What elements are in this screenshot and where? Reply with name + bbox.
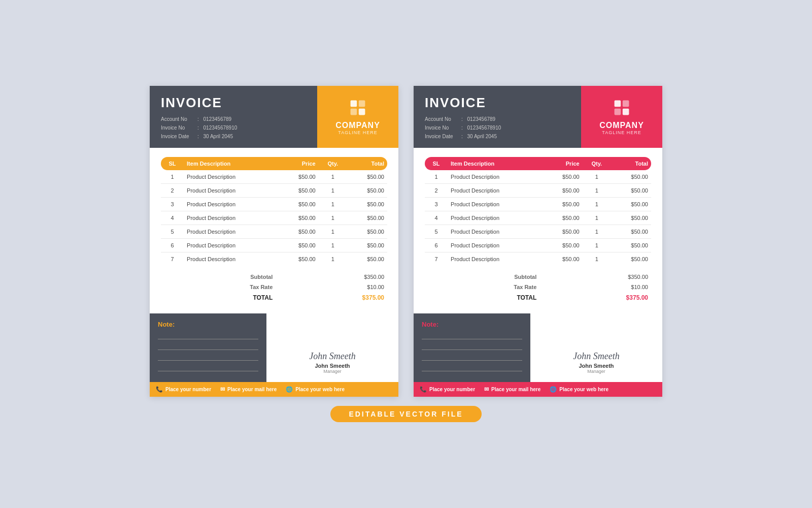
totals-table-pink: Subtotal $350.00 Tax Rate $10.00 TOTAL $… xyxy=(425,272,651,303)
signature-role-orange: Manager xyxy=(323,369,342,374)
contact-web-text: Place your web here xyxy=(559,387,608,392)
total-value: $375.00 xyxy=(276,292,387,303)
note-lines-orange xyxy=(158,332,258,371)
tax-value: $10.00 xyxy=(276,282,387,292)
table-row: 6Product Description$50.001$50.00 xyxy=(161,239,387,252)
total-value: $375.00 xyxy=(539,292,651,303)
th-sl-pink: SL xyxy=(425,157,448,170)
note-label-orange: Note: xyxy=(158,321,258,328)
tax-value: $10.00 xyxy=(539,282,651,292)
contact-bar-pink: 📞 Place your number ✉ Place your mail he… xyxy=(414,382,662,397)
contact-phone-text: Place your number xyxy=(165,387,211,392)
invoice-table-section-orange: SL Item Description Price Qty. Total 1Pr… xyxy=(150,148,398,271)
contact-email-orange: ✉ Place your mail here xyxy=(220,386,277,393)
invoice-meta-orange: Account No: 0123456789 Invoice No: 01234… xyxy=(161,115,306,141)
table-row: 3Product Description$50.001$50.00 xyxy=(425,198,651,211)
invoice-table-orange: SL Item Description Price Qty. Total 1Pr… xyxy=(161,157,387,266)
contact-web-orange: 🌐 Place your web here xyxy=(286,386,345,393)
note-line xyxy=(158,332,258,339)
table-row: 7Product Description$50.001$50.00 xyxy=(425,252,651,266)
table-row: 5Product Description$50.001$50.00 xyxy=(425,225,651,239)
note-line xyxy=(422,354,522,361)
invoice-footer-pink: Note: John Smeeth John Smeeth Manager xyxy=(414,313,662,382)
total-row-pink: TOTAL $375.00 xyxy=(425,292,651,303)
table-row: 4Product Description$50.001$50.00 xyxy=(425,211,651,225)
email-icon: ✉ xyxy=(484,386,489,393)
company-logo-icon-orange xyxy=(349,99,367,119)
footer-signature-pink: John Smeeth John Smeeth Manager xyxy=(530,313,662,382)
editable-badge-label: EDITABLE VECTOR FILE xyxy=(330,406,481,422)
subtotal-row: Subtotal $350.00 xyxy=(161,272,387,282)
invoice-header-left-pink: INVOICE Account No: 0123456789 Invoice N… xyxy=(414,86,581,148)
invoice-title-orange: INVOICE xyxy=(161,95,306,111)
note-lines-pink xyxy=(422,332,522,371)
th-qty-orange: Qty. xyxy=(319,157,347,170)
invoice-tbody-orange: 1Product Description$50.001$50.00 2Produ… xyxy=(161,170,387,266)
svg-rect-7 xyxy=(623,109,629,115)
subtotal-label: Subtotal xyxy=(425,272,539,282)
table-row: 4Product Description$50.001$50.00 xyxy=(161,211,387,225)
contact-phone-pink: 📞 Place your number xyxy=(420,386,475,393)
note-label-pink: Note: xyxy=(422,321,522,328)
totals-section-pink: Subtotal $350.00 Tax Rate $10.00 TOTAL $… xyxy=(414,271,662,308)
footer-note-box-orange: Note: xyxy=(150,313,266,382)
th-total-pink: Total xyxy=(611,157,651,170)
bottom-badge: EDITABLE VECTOR FILE xyxy=(330,406,481,422)
footer-note-box-pink: Note: xyxy=(414,313,530,382)
th-price-orange: Price xyxy=(279,157,319,170)
signature-script-orange: John Smeeth xyxy=(309,351,355,362)
invoice-logo-pink: COMPANY TAGLINE HERE xyxy=(581,86,662,148)
tax-label: Tax Rate xyxy=(425,282,539,292)
invoice-meta-pink: Account No: 0123456789 Invoice No: 01234… xyxy=(425,115,570,141)
phone-icon: 📞 xyxy=(420,386,427,393)
table-row: 1Product Description$50.001$50.00 xyxy=(161,170,387,184)
phone-icon: 📞 xyxy=(156,386,163,393)
company-logo-icon-pink xyxy=(613,99,631,119)
th-desc-pink: Item Description xyxy=(448,157,543,170)
tax-row: Tax Rate $10.00 xyxy=(161,282,387,292)
th-sl-orange: SL xyxy=(161,157,184,170)
invoice-tbody-pink: 1Product Description$50.001$50.00 2Produ… xyxy=(425,170,651,266)
table-row: 7Product Description$50.001$50.00 xyxy=(161,252,387,266)
note-line xyxy=(158,343,258,350)
table-row: 1Product Description$50.001$50.00 xyxy=(425,170,651,184)
table-row: 2Product Description$50.001$50.00 xyxy=(161,184,387,198)
total-row-orange: TOTAL $375.00 xyxy=(161,292,387,303)
table-row: 6Product Description$50.001$50.00 xyxy=(425,239,651,252)
contact-web-text: Place your web here xyxy=(295,387,345,392)
subtotal-label: Subtotal xyxy=(161,272,276,282)
tax-row: Tax Rate $10.00 xyxy=(425,282,651,292)
invoice-header-left-orange: INVOICE Account No: 0123456789 Invoice N… xyxy=(150,86,317,148)
contact-phone-text: Place your number xyxy=(429,387,475,392)
contact-web-pink: 🌐 Place your web here xyxy=(550,386,608,393)
svg-rect-4 xyxy=(615,101,621,107)
contact-phone-orange: 📞 Place your number xyxy=(156,386,211,393)
subtotal-value: $350.00 xyxy=(539,272,651,282)
invoice-table-pink: SL Item Description Price Qty. Total 1Pr… xyxy=(425,157,651,266)
note-line xyxy=(422,364,522,371)
total-label: TOTAL xyxy=(425,292,539,303)
contact-email-text: Place your mail here xyxy=(227,387,277,392)
company-name-pink: COMPANY xyxy=(599,121,644,130)
contact-bar-orange: 📞 Place your number ✉ Place your mail he… xyxy=(150,382,398,397)
th-price-pink: Price xyxy=(543,157,583,170)
note-line xyxy=(422,332,522,339)
svg-rect-5 xyxy=(623,101,629,107)
invoice-table-section-pink: SL Item Description Price Qty. Total 1Pr… xyxy=(414,148,662,271)
invoice-logo-orange: COMPANY TAGLINE HERE xyxy=(317,86,398,148)
subtotal-value: $350.00 xyxy=(276,272,387,282)
web-icon: 🌐 xyxy=(286,386,293,393)
svg-rect-1 xyxy=(359,101,365,107)
subtotal-row: Subtotal $350.00 xyxy=(425,272,651,282)
invoice-orange: INVOICE Account No: 0123456789 Invoice N… xyxy=(150,86,398,397)
table-row: 3Product Description$50.001$50.00 xyxy=(161,198,387,211)
table-row: 5Product Description$50.001$50.00 xyxy=(161,225,387,239)
invoice-header-pink: INVOICE Account No: 0123456789 Invoice N… xyxy=(414,86,662,148)
invoice-header-orange: INVOICE Account No: 0123456789 Invoice N… xyxy=(150,86,398,148)
svg-rect-0 xyxy=(351,101,357,107)
signature-name-orange: John Smeeth xyxy=(315,363,350,369)
note-line xyxy=(158,354,258,361)
company-name-orange: COMPANY xyxy=(335,121,380,130)
footer-signature-orange: John Smeeth John Smeeth Manager xyxy=(266,313,398,382)
totals-section-orange: Subtotal $350.00 Tax Rate $10.00 TOTAL $… xyxy=(150,271,398,308)
